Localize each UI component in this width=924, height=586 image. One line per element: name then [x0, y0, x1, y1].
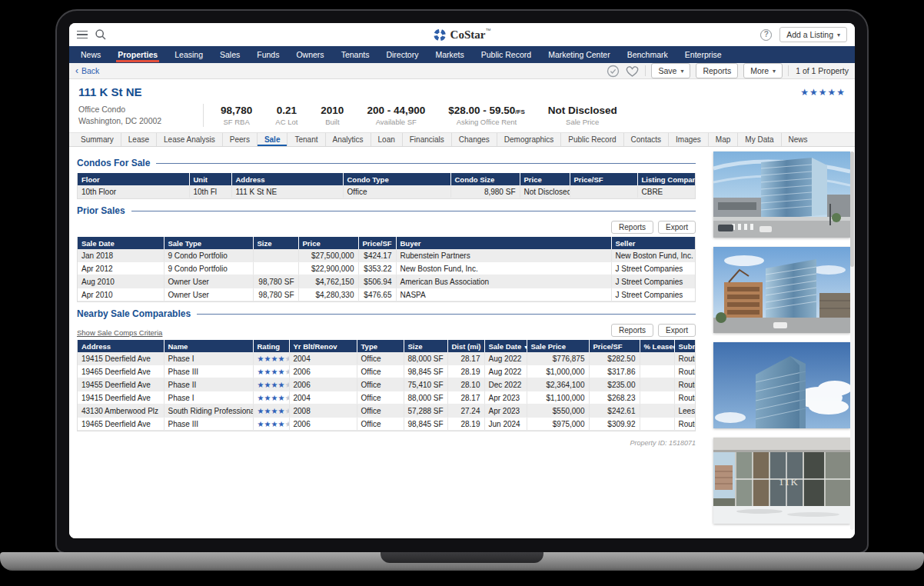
nav-item-markets[interactable]: Markets	[427, 46, 472, 63]
nav-item-tenants[interactable]: Tenants	[333, 46, 378, 63]
property-photo-3[interactable]	[713, 342, 850, 428]
table-header-row: Sale DateSale TypeSizePricePrice/SFBuyer…	[78, 237, 696, 249]
column-header-sale-date[interactable]: Sale Date▾	[484, 340, 527, 352]
nav-item-funds[interactable]: Funds	[248, 46, 288, 63]
show-sale-comps-criteria-link[interactable]: Show Sale Comps Criteria	[77, 328, 162, 337]
tab-analytics[interactable]: Analytics	[326, 133, 371, 146]
nav-item-leasing[interactable]: Leasing	[166, 46, 211, 63]
column-header-yr-blt-renov[interactable]: Yr Blt/Renov	[289, 340, 357, 352]
nav-item-enterprise[interactable]: Enterprise	[676, 46, 730, 63]
column-header-unit[interactable]: Unit	[189, 173, 231, 185]
star-empty-icon: ★	[284, 355, 289, 363]
tab-lease-analysis[interactable]: Lease Analysis	[157, 133, 223, 146]
tab-financials[interactable]: Financials	[403, 133, 452, 146]
column-header-dist-mi-[interactable]: Dist (mi)	[447, 340, 484, 352]
reports-button[interactable]: Reports	[611, 324, 653, 337]
column-header-size[interactable]: Size	[404, 340, 447, 352]
tab-public-record[interactable]: Public Record	[561, 133, 623, 146]
nav-item-properties[interactable]: Properties	[109, 46, 166, 63]
tab-changes[interactable]: Changes	[452, 133, 497, 146]
property-photo-2[interactable]	[713, 247, 850, 333]
tab-news[interactable]: News	[782, 133, 815, 146]
nav-item-marketing-center[interactable]: Marketing Center	[540, 46, 619, 63]
property-type-location: Office Condo Washington, DC 20002	[78, 104, 203, 127]
column-header-floor[interactable]: Floor	[78, 173, 189, 185]
costar-logo: CoStar™	[434, 28, 491, 42]
search-icon[interactable]	[95, 28, 107, 41]
table-row[interactable]: 19465 Deerfield AvePhase III★★★★★2006Off…	[78, 365, 696, 378]
heart-icon[interactable]	[625, 65, 640, 78]
column-header-rating[interactable]: Rating	[253, 340, 289, 352]
table-row[interactable]: Apr 2010Owner User98,780 SF$4,280,330$47…	[78, 288, 696, 301]
export-button[interactable]: Export	[658, 221, 696, 234]
save-button[interactable]: Save ▾	[651, 63, 690, 78]
column-header-sale-price[interactable]: Sale Price	[527, 340, 589, 352]
tab-demographics[interactable]: Demographics	[497, 133, 561, 146]
tab-map[interactable]: Map	[709, 133, 738, 146]
scrollbar-thumb[interactable]	[850, 151, 854, 267]
column-header-seller[interactable]: Seller	[611, 237, 696, 249]
back-button[interactable]: ‹ Back	[75, 66, 99, 75]
column-header-price-sf[interactable]: Price/SF	[358, 237, 396, 249]
tab-peers[interactable]: Peers	[223, 133, 258, 146]
nav-item-directory[interactable]: Directory	[377, 46, 427, 63]
column-header-subm[interactable]: Subm	[674, 340, 696, 352]
table-row[interactable]: Jan 20189 Condo Portfolio$27,500,000$424…	[78, 249, 696, 262]
column-header-name[interactable]: Name	[164, 340, 253, 352]
nav-item-owners[interactable]: Owners	[288, 46, 332, 63]
table-row[interactable]: 19415 Deerfield AvePhase I★★★★★2004Offic…	[78, 352, 696, 365]
add-a-listing-button[interactable]: Add a Listing ▾	[779, 27, 847, 42]
column-header--leased[interactable]: % Leased	[640, 340, 674, 352]
table-row[interactable]: 43130 Amberwood PlzSouth Riding Professi…	[78, 405, 696, 418]
column-header-buyer[interactable]: Buyer	[396, 237, 611, 249]
nav-item-sales[interactable]: Sales	[211, 46, 248, 63]
nav-item-news[interactable]: News	[72, 46, 109, 63]
table-row[interactable]: 19465 Deerfield AvePhase III★★★★★2006Off…	[78, 418, 696, 431]
menu-icon[interactable]	[77, 31, 88, 39]
export-button[interactable]: Export	[658, 324, 696, 337]
tab-lease[interactable]: Lease	[121, 133, 157, 146]
tab-contacts[interactable]: Contacts	[624, 133, 669, 146]
column-header-condo-size[interactable]: Condo Size	[450, 173, 520, 185]
column-header-condo-type[interactable]: Condo Type	[343, 173, 450, 185]
tab-images[interactable]: Images	[669, 133, 709, 146]
column-header-price[interactable]: Price	[298, 237, 358, 249]
column-header-price[interactable]: Price	[520, 173, 570, 185]
nav-item-benchmark[interactable]: Benchmark	[619, 46, 676, 63]
trademark: ™	[485, 28, 490, 33]
check-circle-icon[interactable]	[607, 65, 620, 78]
table-cell: Apr 2023	[484, 405, 527, 418]
table-row[interactable]: 19415 Deerfield AvePhase I★★★★★2004Offic…	[78, 391, 696, 405]
stat-available-sf: 200 - 44,900 Available SF	[367, 105, 425, 126]
column-header-price-sf[interactable]: Price/SF	[570, 173, 637, 185]
table-row[interactable]: Apr 20129 Condo Portfolio$22,900,000$353…	[78, 262, 696, 275]
column-header-size[interactable]: Size	[253, 237, 298, 249]
tab-tenant[interactable]: Tenant	[288, 133, 325, 146]
column-header-address[interactable]: Address	[231, 173, 343, 185]
reports-button[interactable]: Reports	[611, 221, 653, 234]
more-button[interactable]: More ▾	[743, 63, 783, 78]
photo-rail-scrollbar[interactable]	[850, 151, 854, 530]
column-header-listing-company[interactable]: Listing Company	[637, 173, 696, 185]
reports-button[interactable]: Reports	[696, 63, 738, 78]
property-photo-1[interactable]	[713, 151, 850, 238]
property-rating-stars[interactable]: ★★★★★	[800, 87, 846, 98]
column-header-address[interactable]: Address	[78, 340, 164, 352]
laptop-notch	[381, 552, 543, 563]
table-row[interactable]: 10th Floor10th Fl111 K St NEOffice8,980 …	[78, 185, 696, 198]
column-header-price-sf[interactable]: Price/SF	[589, 340, 640, 352]
table-row[interactable]: 19455 Deerfield AvePhase II★★★★★2006Offi…	[78, 378, 696, 391]
tab-summary[interactable]: Summary	[74, 133, 121, 146]
table-cell: 19455 Deerfield Ave	[78, 378, 164, 391]
tab-sale[interactable]: Sale	[258, 133, 288, 146]
column-header-type[interactable]: Type	[357, 340, 404, 352]
tab-my-data[interactable]: My Data	[738, 133, 781, 146]
nav-item-public-record[interactable]: Public Record	[473, 46, 540, 63]
property-photo-4[interactable]: 11K	[713, 438, 850, 524]
column-header-sale-type[interactable]: Sale Type	[164, 237, 253, 249]
table-row[interactable]: Aug 2010Owner User98,780 SF$4,762,150$50…	[78, 275, 696, 288]
column-header-sale-date[interactable]: Sale Date	[78, 237, 164, 249]
tab-loan[interactable]: Loan	[371, 133, 403, 146]
table-cell: Office	[357, 405, 404, 418]
help-icon[interactable]: ?	[760, 29, 772, 41]
